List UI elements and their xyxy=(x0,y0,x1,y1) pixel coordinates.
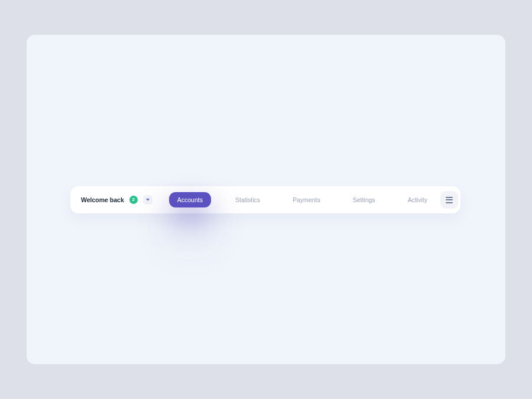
menu-button[interactable] xyxy=(440,191,458,209)
welcome-text: Welcome back xyxy=(81,196,124,203)
tab-payments[interactable]: Payments xyxy=(284,192,329,207)
tab-settings[interactable]: Settings xyxy=(345,192,384,207)
caret-down-icon xyxy=(146,199,150,201)
nav-tabs: Accounts Statistics Payments Settings Ac… xyxy=(169,192,436,207)
app-panel: Welcome back 2 Accounts Statistics Payme… xyxy=(27,35,505,364)
hamburger-icon xyxy=(446,197,453,203)
tab-accounts[interactable]: Accounts xyxy=(169,192,211,207)
tab-statistics[interactable]: Statistics xyxy=(227,192,268,207)
notification-badge: 2 xyxy=(129,196,138,204)
navbar: Welcome back 2 Accounts Statistics Payme… xyxy=(70,186,460,213)
welcome-group: Welcome back 2 xyxy=(81,195,153,205)
welcome-dropdown-button[interactable] xyxy=(143,195,153,205)
tab-activity[interactable]: Activity xyxy=(400,192,436,207)
